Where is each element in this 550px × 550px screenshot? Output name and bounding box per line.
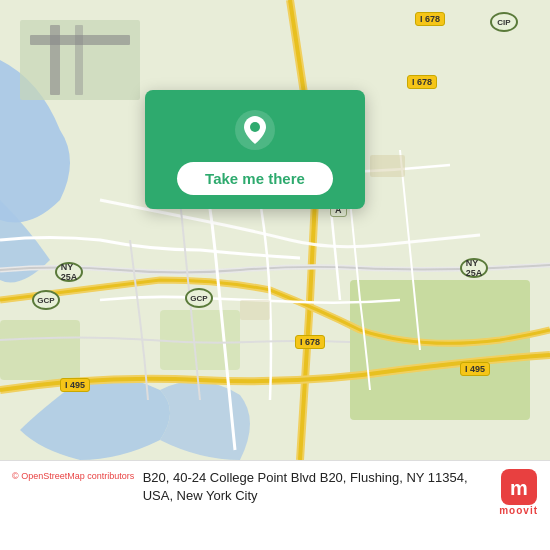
osm-copyright: ©: [12, 471, 19, 481]
svg-rect-7: [75, 25, 83, 95]
map-container: NY25A NY25A I 678 I 678 I 678 I 495 I 49…: [0, 0, 550, 460]
road-label-i495-left: I 495: [60, 378, 90, 392]
road-label-ny25a-left: NY25A: [55, 262, 83, 282]
svg-rect-6: [50, 25, 60, 95]
svg-rect-3: [160, 310, 240, 370]
moovit-wordmark: moovit: [499, 505, 538, 516]
road-label-i678-mid: I 678: [407, 75, 437, 89]
road-label-gcp-bottom: GCP: [185, 288, 213, 308]
moovit-logo: m moovit: [499, 469, 538, 516]
road-label-ny25a-right: NY25A: [460, 258, 488, 278]
road-label-i678-bot: I 678: [295, 335, 325, 349]
road-label-gcp-left: GCP: [32, 290, 60, 310]
svg-rect-10: [370, 155, 405, 177]
location-pin-icon: [233, 108, 277, 152]
svg-rect-2: [0, 320, 80, 380]
openstreetmap-attribution: © OpenStreetMap contributors: [12, 471, 134, 481]
road-label-i678-top: I 678: [415, 12, 445, 26]
road-label-cip: CIP: [490, 12, 518, 32]
location-card: Take me there: [145, 90, 365, 209]
svg-rect-11: [240, 300, 270, 320]
svg-text:m: m: [510, 477, 528, 499]
take-me-there-button[interactable]: Take me there: [177, 162, 333, 195]
address-text: B20, 40-24 College Point Blvd B20, Flush…: [143, 469, 492, 505]
moovit-m-icon: m: [501, 469, 537, 505]
svg-point-13: [250, 122, 260, 132]
road-label-i495-right: I 495: [460, 362, 490, 376]
bottom-bar: © OpenStreetMap contributors B20, 40-24 …: [0, 460, 550, 550]
